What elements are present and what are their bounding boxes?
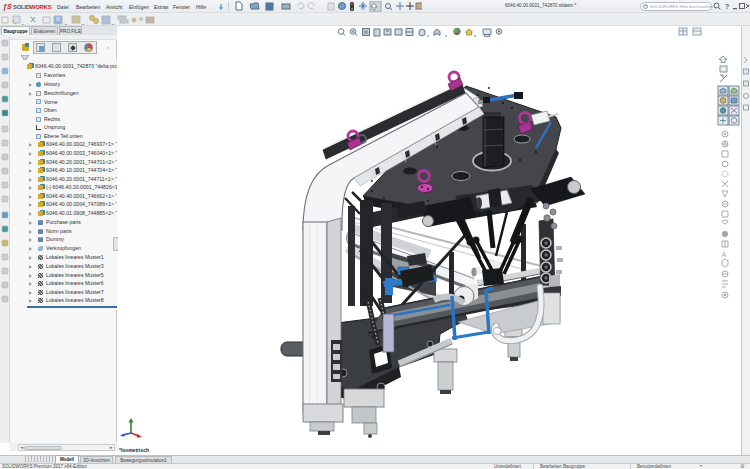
svg-text:A: A bbox=[722, 251, 727, 258]
